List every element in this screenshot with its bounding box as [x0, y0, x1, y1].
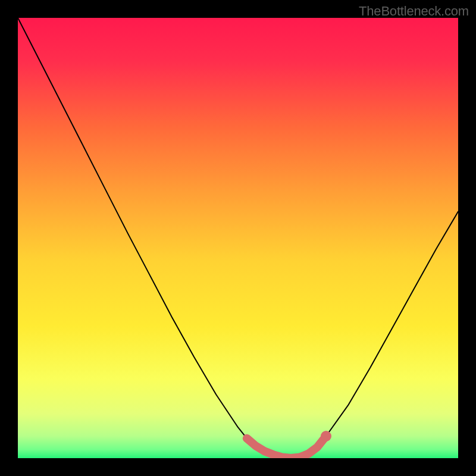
- watermark-text: TheBottleneck.com: [359, 4, 469, 19]
- chart-frame: TheBottleneck.com: [0, 0, 476, 476]
- plot-area: [18, 18, 458, 458]
- bottleneck-curve: [18, 18, 458, 458]
- band-end-marker: [321, 431, 331, 441]
- optimal-range-band: [247, 436, 326, 458]
- curve-layer: [18, 18, 458, 458]
